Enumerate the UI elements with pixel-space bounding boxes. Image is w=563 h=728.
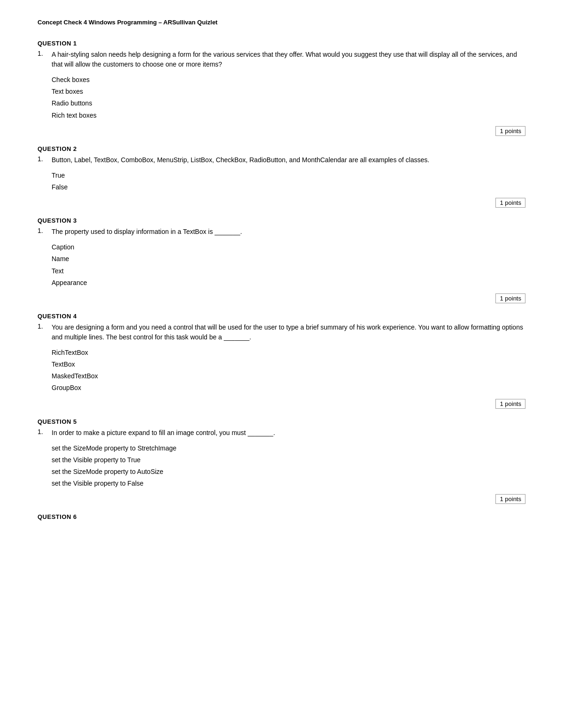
answer-item-q1-0: Check boxes <box>52 74 525 86</box>
question-label-q1: QUESTION 1 <box>38 40 525 47</box>
question-label-q4: QUESTION 4 <box>38 313 525 320</box>
answer-item-q4-0: RichTextBox <box>52 347 525 359</box>
points-badge-q5: 1 points <box>495 494 525 504</box>
question-label-q2: QUESTION 2 <box>38 145 525 152</box>
answer-item-q5-1: set the Visible property to True <box>52 454 525 466</box>
answer-list-q3: CaptionNameTextAppearance <box>52 241 525 289</box>
answer-item-q4-1: TextBox <box>52 359 525 370</box>
question-label-q3: QUESTION 3 <box>38 217 525 224</box>
question-text-q3: The property used to display information… <box>52 227 525 237</box>
correct-answer-q2-0: True <box>52 172 65 179</box>
points-row-q3: 1 points <box>38 293 525 303</box>
question-text-q1: A hair-styling salon needs help designin… <box>52 50 525 69</box>
points-row-q4: 1 points <box>38 399 525 409</box>
question-number-q5: 1. <box>38 428 52 435</box>
points-row-q1: 1 points <box>38 126 525 136</box>
question-number-q4: 1. <box>38 323 52 330</box>
answer-list-q5: set the SizeMode property to StretchImag… <box>52 443 525 490</box>
correct-answer-q3-2: Text <box>52 267 64 275</box>
points-badge-q1: 1 points <box>495 126 525 136</box>
answer-item-q3-1: Name <box>52 253 525 265</box>
answer-item-q5-2: set the SizeMode property to AutoSize <box>52 466 525 478</box>
answer-list-q2: TrueFalse <box>52 170 525 193</box>
answer-item-q4-2: MaskedTextBox <box>52 370 525 382</box>
answer-item-q5-3: set the Visible property to False <box>52 478 525 489</box>
answer-item-q4-3: GroupBox <box>52 382 525 394</box>
answer-item-q3-2: Text <box>52 265 525 277</box>
page-title: Concept Check 4 Windows Programming – AR… <box>38 19 525 26</box>
answer-item-q1-3: Rich text boxes <box>52 110 525 121</box>
points-badge-q2: 1 points <box>495 198 525 208</box>
question-block-q6: QUESTION 6 <box>38 513 525 520</box>
question-block-q4: QUESTION 4 1. You are designing a form a… <box>38 313 525 409</box>
answer-item-q5-0: set the SizeMode property to StretchImag… <box>52 443 525 454</box>
answer-item-q1-1: Text boxes <box>52 86 525 98</box>
correct-answer-q1-0: Check boxes <box>52 76 90 83</box>
points-row-q2: 1 points <box>38 198 525 208</box>
correct-answer-q5-0: set the SizeMode property to StretchImag… <box>52 444 176 452</box>
question-block-q1: QUESTION 1 1. A hair-styling salon needs… <box>38 40 525 136</box>
question-number-q3: 1. <box>38 227 52 234</box>
points-row-q5: 1 points <box>38 494 525 504</box>
answer-list-q4: RichTextBoxTextBoxMaskedTextBoxGroupBox <box>52 347 525 394</box>
question-block-q2: QUESTION 2 1. Button, Label, TextBox, Co… <box>38 145 525 208</box>
question-text-q2: Button, Label, TextBox, ComboBox, MenuSt… <box>52 155 525 165</box>
question-text-q4: You are designing a form and you need a … <box>52 323 525 342</box>
correct-answer-q4-0: RichTextBox <box>52 349 88 356</box>
question-block-q5: QUESTION 5 1. In order to make a picture… <box>38 418 525 504</box>
question-block-q3: QUESTION 3 1. The property used to displ… <box>38 217 525 303</box>
answer-item-q2-1: False <box>52 181 525 193</box>
question-text-q5: In order to make a picture expand to fil… <box>52 428 525 438</box>
question-number-q2: 1. <box>38 155 52 163</box>
answer-item-q1-2: Radio buttons <box>52 98 525 109</box>
question-number-q1: 1. <box>38 50 52 57</box>
points-badge-q3: 1 points <box>495 293 525 303</box>
answer-item-q3-3: Appearance <box>52 277 525 289</box>
answer-item-q2-0: True <box>52 170 525 181</box>
answer-list-q1: Check boxesText boxesRadio buttonsRich t… <box>52 74 525 121</box>
question-label-q5: QUESTION 5 <box>38 418 525 425</box>
points-badge-q4: 1 points <box>495 399 525 409</box>
answer-item-q3-0: Caption <box>52 241 525 253</box>
question-label-q6: QUESTION 6 <box>38 513 525 520</box>
